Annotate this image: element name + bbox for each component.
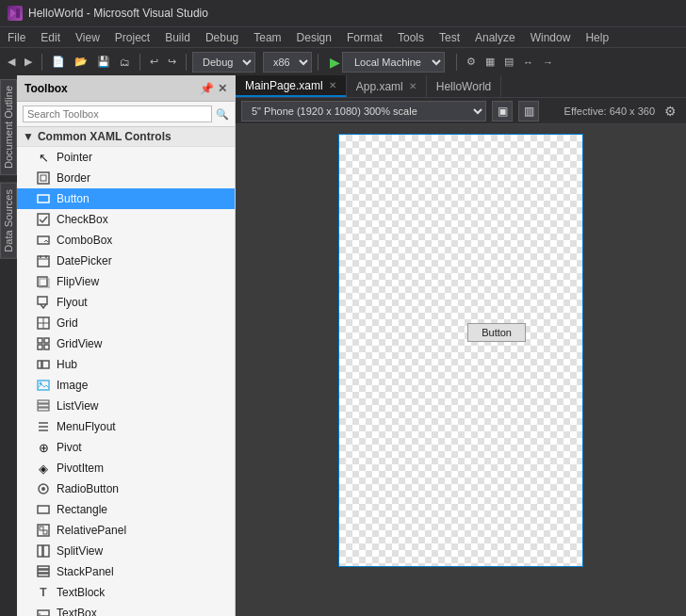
- toolbar-extra-3[interactable]: ▤: [500, 52, 517, 73]
- toolbar-extra-5[interactable]: →: [539, 52, 557, 73]
- tab-mainpage-xaml[interactable]: MainPage.xaml ✕: [236, 75, 347, 97]
- toolbox-title: Toolbox: [24, 82, 68, 95]
- toolbox-item-menuflyout[interactable]: MenuFlyout: [17, 416, 235, 437]
- toolbox-item-flipview[interactable]: FlipView: [17, 271, 235, 292]
- toolbar-separator-4: [318, 54, 318, 71]
- flipview-icon: [36, 274, 51, 289]
- toolbox-category-xaml[interactable]: ▼ Common XAML Controls: [17, 127, 235, 147]
- toolbox-item-checkbox[interactable]: CheckBox: [17, 209, 235, 230]
- item-label: FlipView: [57, 275, 99, 288]
- pointer-icon: ↖: [36, 150, 51, 165]
- close-tab-2-icon[interactable]: ✕: [409, 81, 416, 91]
- menu-build[interactable]: Build: [157, 27, 198, 47]
- svg-rect-18: [44, 338, 49, 343]
- design-settings-button[interactable]: ⚙: [661, 104, 680, 119]
- menu-view[interactable]: View: [68, 27, 107, 47]
- menu-test[interactable]: Test: [432, 27, 467, 47]
- svg-rect-13: [38, 297, 47, 304]
- item-label: Button: [57, 192, 90, 205]
- svg-rect-33: [38, 506, 49, 513]
- toolbox-item-textblock[interactable]: T TextBlock: [17, 582, 235, 603]
- data-sources-tab[interactable]: Data Sources: [0, 183, 17, 259]
- svg-rect-39: [38, 566, 49, 569]
- toolbox-item-listview[interactable]: ListView: [17, 396, 235, 416]
- toolbar-extra-4[interactable]: ↔: [519, 52, 537, 73]
- menu-design[interactable]: Design: [289, 27, 339, 47]
- item-label: Pivot: [57, 441, 82, 454]
- image-icon: [36, 378, 51, 393]
- close-tab-icon[interactable]: ✕: [329, 80, 336, 90]
- menu-debug[interactable]: Debug: [198, 27, 246, 47]
- menu-analyze[interactable]: Analyze: [467, 27, 523, 47]
- save-button[interactable]: 💾: [93, 52, 114, 73]
- toolbox-item-stackpanel[interactable]: StackPanel: [17, 561, 235, 582]
- menu-edit[interactable]: Edit: [33, 27, 68, 47]
- item-label: RelativePanel: [57, 524, 126, 537]
- toolbox-item-radiobutton[interactable]: RadioButton: [17, 478, 235, 499]
- toolbox-item-image[interactable]: Image: [17, 375, 235, 396]
- menu-tools[interactable]: Tools: [390, 27, 432, 47]
- close-toolbox-icon[interactable]: ✕: [218, 82, 227, 95]
- run-button[interactable]: ▶ Local Machine: [324, 50, 450, 74]
- menu-help[interactable]: Help: [578, 27, 616, 47]
- debug-config-dropdown[interactable]: Debug: [192, 52, 255, 73]
- item-label: Image: [57, 379, 88, 392]
- toolbox-item-rectangle[interactable]: Rectangle: [17, 499, 235, 520]
- item-label: GridView: [57, 337, 102, 350]
- menu-format[interactable]: Format: [339, 27, 390, 47]
- toolbar-extra-1[interactable]: ⚙: [463, 52, 480, 73]
- toolbox-item-splitview[interactable]: SplitView: [17, 541, 235, 561]
- toolbox-item-grid[interactable]: Grid: [17, 313, 235, 333]
- new-file-button[interactable]: 📄: [48, 52, 69, 73]
- item-label: ListView: [57, 399, 98, 413]
- radiobutton-icon: [36, 481, 51, 496]
- canvas-area[interactable]: Button: [236, 124, 686, 616]
- tab-helloworld[interactable]: HelloWorld: [427, 75, 501, 97]
- toolbox-item-border[interactable]: Border: [17, 168, 235, 188]
- menu-window[interactable]: Window: [523, 27, 579, 47]
- device-select-dropdown[interactable]: 5" Phone (1920 x 1080) 300% scale: [241, 101, 486, 122]
- toolbox-item-pivot[interactable]: ⊕ Pivot: [17, 437, 235, 458]
- toolbox-item-pivotitem[interactable]: ◈ PivotItem: [17, 458, 235, 478]
- redo-button[interactable]: ↪: [164, 52, 180, 73]
- toolbox-item-datepicker[interactable]: DatePicker: [17, 251, 235, 271]
- document-outline-tab[interactable]: Document Outline: [0, 79, 17, 175]
- toolbar-extra-2[interactable]: ▦: [482, 52, 498, 73]
- button-icon: [36, 191, 51, 206]
- toolbox-item-button[interactable]: Button: [17, 188, 235, 209]
- svg-rect-20: [44, 345, 49, 349]
- item-label: RadioButton: [57, 482, 119, 495]
- toolbar-separator-2: [139, 54, 140, 71]
- menu-team[interactable]: Team: [246, 27, 288, 47]
- tab-label: App.xaml: [356, 80, 403, 93]
- tab-label: HelloWorld: [436, 80, 491, 93]
- toolbox-item-pointer[interactable]: ↖ Pointer: [17, 147, 235, 168]
- split-view-button[interactable]: ▥: [518, 101, 539, 122]
- item-label: DatePicker: [57, 254, 112, 267]
- design-view-button[interactable]: ▣: [492, 101, 513, 122]
- run-target-dropdown[interactable]: Local Machine: [342, 52, 445, 73]
- open-button[interactable]: 📂: [71, 52, 91, 73]
- toolbox-item-hub[interactable]: Hub: [17, 354, 235, 375]
- toolbox-item-flyout[interactable]: Flyout: [17, 292, 235, 313]
- undo-button[interactable]: ↩: [146, 52, 162, 73]
- menu-project[interactable]: Project: [107, 27, 157, 47]
- menu-bar: File Edit View Project Build Debug Team …: [0, 26, 686, 47]
- platform-dropdown[interactable]: x86: [263, 52, 312, 73]
- menu-file[interactable]: File: [0, 27, 33, 47]
- svg-rect-27: [38, 408, 49, 411]
- search-input[interactable]: [23, 105, 212, 122]
- toolbox-item-textbox[interactable]: TextBox: [17, 603, 235, 616]
- canvas-button-element: Button: [467, 323, 526, 342]
- save-all-button[interactable]: 🗂: [116, 52, 134, 73]
- toolbox-item-combobox[interactable]: ComboBox: [17, 230, 235, 251]
- forward-button[interactable]: ▶: [21, 52, 36, 73]
- back-button[interactable]: ◀: [4, 52, 19, 73]
- toolbox-item-relativepanel[interactable]: RelativePanel: [17, 520, 235, 541]
- tab-app-xaml[interactable]: App.xaml ✕: [347, 75, 427, 97]
- pin-icon[interactable]: 📌: [200, 82, 214, 95]
- toolbox-item-gridview[interactable]: GridView: [17, 333, 235, 354]
- toolbar-separator-5: [456, 54, 457, 71]
- design-canvas[interactable]: Button: [338, 134, 583, 567]
- content-area: MainPage.xaml ✕ App.xaml ✕ HelloWorld 5"…: [236, 75, 686, 616]
